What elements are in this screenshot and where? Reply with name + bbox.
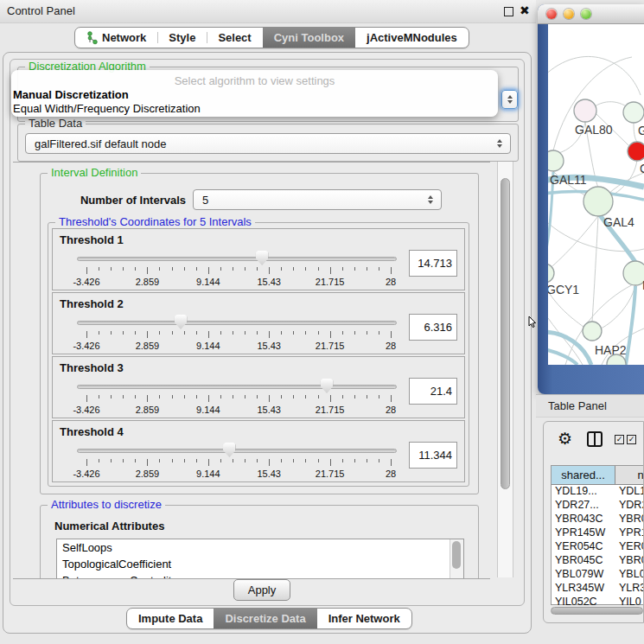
cell-name[interactable]: YBR0 [615, 554, 644, 568]
settings-scrollbar[interactable] [497, 162, 513, 577]
node-label: GAL11 [550, 173, 587, 187]
table-row[interactable]: YDR27...YDR2 [552, 499, 644, 513]
application-root: Control Panel ✖ Network Style Select Cyn… [0, 0, 644, 644]
threshold-panel: Threshold 4 -3.4262.8599.14415.4321.7152… [52, 420, 465, 482]
cell-shared-name[interactable]: YBR045C [552, 554, 615, 568]
node-label: GA [638, 124, 644, 137]
threshold-label: Threshold 4 [60, 425, 124, 438]
popup-option-equal-width-frequency[interactable]: Equal Width/Frequency Discretization [13, 102, 201, 115]
cell-name[interactable]: YLR3 [615, 582, 644, 596]
numerical-attributes-list[interactable]: SelfLoopsTopologicalCoefficientBetweenne… [56, 539, 464, 579]
tab-infer-network[interactable]: Infer Network [317, 609, 411, 628]
panel-title: Control Panel [7, 4, 75, 17]
cell-shared-name[interactable]: YLR345W [552, 582, 615, 596]
scrollbar-thumb[interactable] [452, 541, 461, 569]
node-h-clipped[interactable] [623, 261, 644, 285]
table-row[interactable]: YBR043CYBR0 [552, 513, 644, 526]
table-row[interactable]: YPR145WYPR1 [552, 526, 644, 540]
algorithm-combo-stepper[interactable] [501, 90, 518, 109]
cell-shared-name[interactable]: YPR145W [552, 526, 615, 540]
threshold-value-field[interactable] [409, 442, 457, 469]
cell-name[interactable]: YER0 [615, 540, 644, 554]
tab-style[interactable]: Style [157, 28, 207, 48]
combobox-arrows-icon [493, 139, 507, 148]
node-clipped-top-right[interactable] [623, 102, 644, 123]
control-panel-titlebar: Control Panel ✖ [0, 0, 536, 23]
tab-impute-data[interactable]: Impute Data [127, 609, 214, 628]
scrollbar-thumb[interactable] [551, 607, 643, 615]
attribute-list-item[interactable]: TopologicalCoefficient [57, 556, 463, 572]
network-canvas[interactable]: GAL80 GA C GAL11 GAL4 GCY1 H HAP2 [548, 24, 644, 365]
interval-definition-group: Interval Definition Number of Intervals … [40, 173, 479, 494]
slider-thumb[interactable] [175, 315, 188, 329]
threshold-slider[interactable]: -3.4262.8599.14415.4321.71528 [75, 314, 399, 352]
node-hap2[interactable] [583, 322, 602, 341]
node-label: GAL80 [575, 123, 613, 137]
column-checkboxes[interactable]: ✓ ✓ [615, 435, 636, 444]
float-window-icon[interactable] [504, 7, 513, 16]
node-gal80[interactable] [574, 99, 596, 122]
network-view-window: GAL80 GA C GAL11 GAL4 GCY1 H HAP2 [538, 4, 644, 394]
close-icon[interactable]: ✖ [520, 3, 530, 17]
scrollbar-thumb[interactable] [501, 178, 510, 489]
node-attribute-table[interactable]: shared... n... YDL19...YDL1YDR27...YDR2Y… [551, 465, 644, 605]
cell-name[interactable]: YDL1 [615, 485, 644, 499]
threshold-value-field[interactable] [409, 378, 457, 405]
zoom-traffic-light[interactable] [581, 9, 591, 19]
combobox-value: 5 [202, 194, 208, 207]
node-red-selected[interactable] [628, 142, 644, 161]
minimize-traffic-light[interactable] [564, 9, 574, 19]
cell-shared-name[interactable]: YER054C [552, 540, 615, 554]
split-table-icon[interactable] [587, 431, 603, 447]
table-row[interactable]: YBR045CYBR0 [552, 554, 644, 568]
algorithm-dropdown-popup: Select algorithm to view settings Manual… [11, 70, 498, 117]
slider-thumb[interactable] [223, 443, 236, 457]
cell-shared-name[interactable]: YBL079W [552, 568, 615, 582]
number-of-intervals-combobox[interactable]: 5 [193, 189, 442, 210]
cell-shared-name[interactable]: YDR27... [552, 499, 615, 513]
tab-jactivemnodules[interactable]: jActiveMNodules [355, 28, 469, 48]
tab-select[interactable]: Select [207, 28, 262, 48]
threshold-slider[interactable]: -3.4262.8599.14415.4321.71528 [75, 250, 399, 288]
cell-name[interactable]: YDR2 [615, 499, 644, 513]
close-traffic-light[interactable] [546, 9, 557, 19]
apply-button[interactable]: Apply [233, 579, 290, 601]
table-data-combobox[interactable]: galFiltered.sif default node [25, 133, 511, 154]
node-gal11[interactable] [548, 150, 564, 171]
popup-option-manual-discretization[interactable]: Manual Discretization [13, 88, 129, 101]
threshold-slider[interactable]: -3.4262.8599.14415.4321.71528 [75, 442, 399, 480]
threshold-list: Threshold 1 -3.4262.8599.14415.4321.7152… [48, 228, 469, 482]
list-scrollbar[interactable] [450, 539, 463, 579]
cell-name[interactable]: YBR0 [615, 513, 644, 526]
column-header-shared-name[interactable]: shared... [552, 466, 615, 485]
node-gcy1[interactable] [548, 264, 554, 283]
column-header-name[interactable]: n... [615, 466, 644, 485]
cell-name[interactable]: YBL0 [615, 568, 644, 582]
discretize-data-panel: Discretization Algorithm Table Data galF… [10, 59, 525, 606]
tab-network[interactable]: Network [75, 28, 157, 48]
table-row[interactable]: YER054CYER0 [552, 540, 644, 554]
checkbox-icon[interactable]: ✓ [627, 435, 636, 444]
table-row[interactable]: YBL079WYBL0 [552, 568, 644, 582]
threshold-value-field[interactable] [409, 250, 457, 277]
tab-cyni-toolbox[interactable]: Cyni Toolbox [263, 28, 355, 48]
slider-thumb[interactable] [256, 251, 269, 265]
table-row[interactable]: YDL19...YDL1 [552, 485, 644, 499]
cell-shared-name[interactable]: YBR043C [552, 513, 615, 526]
node-gal4[interactable] [583, 187, 613, 216]
gear-icon[interactable]: ⚙ [558, 430, 572, 447]
cell-name[interactable]: YPR1 [615, 526, 644, 540]
attribute-list-item[interactable]: SelfLoops [57, 539, 463, 556]
node-label: C [640, 162, 644, 175]
table-horizontal-scrollbar[interactable] [551, 607, 643, 615]
tab-discretize-data[interactable]: Discretize Data [214, 609, 316, 628]
table-row[interactable]: YLR345WYLR3 [552, 582, 644, 596]
threshold-value-field[interactable] [409, 314, 457, 341]
threshold-slider[interactable]: -3.4262.8599.14415.4321.71528 [75, 378, 399, 416]
table-panel-title: Table Panel [548, 399, 607, 412]
cell-shared-name[interactable]: YDL19... [552, 485, 615, 499]
threshold-panel: Threshold 1 -3.4262.8599.14415.4321.7152… [52, 228, 465, 290]
checkbox-icon[interactable]: ✓ [615, 435, 624, 444]
attribute-list-item[interactable]: BetweennessCentrality [57, 572, 463, 579]
slider-thumb[interactable] [321, 379, 334, 393]
